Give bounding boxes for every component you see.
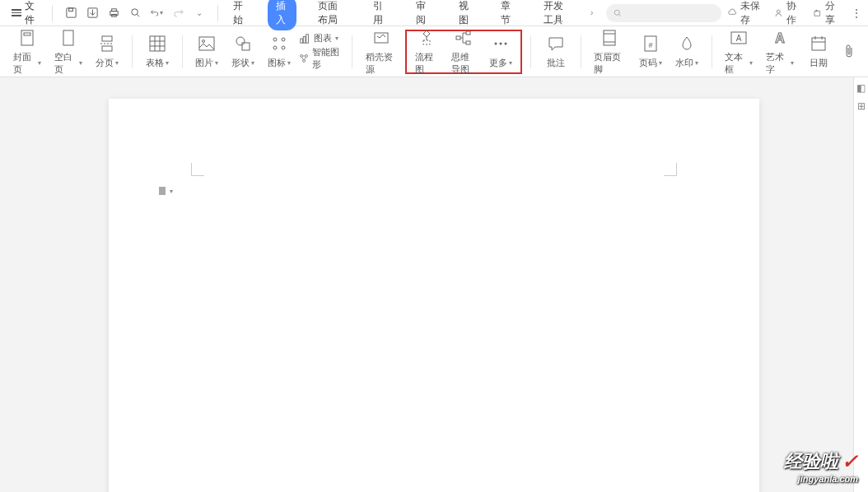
shapes-button[interactable]: 形状▾	[226, 30, 259, 72]
separator	[52, 5, 53, 21]
flowchart-button[interactable]: 流程图	[410, 25, 443, 79]
svg-rect-34	[375, 33, 388, 43]
picture-button[interactable]: 图片▾	[190, 30, 223, 72]
smartart-button[interactable]: 智能图形	[299, 46, 343, 71]
svg-point-7	[615, 10, 620, 15]
svg-rect-29	[304, 36, 306, 43]
svg-text:#: #	[648, 41, 652, 49]
undo-icon[interactable]: ▾	[150, 7, 163, 20]
icons-label: 图标	[268, 57, 286, 69]
chart-icon	[299, 33, 310, 44]
picture-icon	[198, 34, 216, 53]
document-page[interactable]: ▾	[109, 99, 759, 492]
unsaved-button[interactable]: 未保存	[728, 0, 763, 27]
blank-page-icon	[60, 28, 77, 48]
share-button[interactable]: 分享	[813, 0, 840, 27]
resource-button[interactable]: 稻壳资源	[361, 25, 402, 79]
sidebar-item-1[interactable]: ◧	[856, 82, 866, 94]
svg-point-26	[273, 46, 277, 49]
svg-rect-37	[456, 36, 460, 39]
document-area: ▾	[0, 77, 868, 492]
save-as-icon[interactable]	[86, 7, 99, 20]
comment-button[interactable]: 批注	[539, 30, 572, 72]
icons-icon	[270, 34, 288, 53]
table-button[interactable]: 表格▾	[141, 30, 174, 72]
separator	[217, 5, 218, 21]
unsaved-label: 未保存	[740, 0, 763, 27]
tabs-more-icon[interactable]: ›	[590, 8, 593, 17]
headerfooter-label: 页眉页脚	[594, 51, 625, 76]
margin-mark-tl	[191, 163, 204, 176]
hamburger-icon	[12, 9, 21, 16]
pagenum-button[interactable]: # 页码▾	[634, 30, 667, 72]
watermark-text: 经验啦	[784, 449, 838, 474]
collab-button[interactable]: 协作	[774, 0, 801, 27]
separator	[182, 35, 183, 68]
share-icon	[813, 7, 822, 19]
page-indicator[interactable]: ▾	[158, 186, 173, 196]
blank-page-button[interactable]: 空白页▾	[49, 25, 87, 79]
svg-point-33	[303, 60, 306, 63]
wordart-button[interactable]: A 艺术字▾	[761, 25, 799, 79]
print-preview-icon[interactable]	[128, 7, 142, 20]
person-icon	[774, 7, 783, 19]
more-dots-icon	[492, 34, 510, 53]
watermark-sub: jingyanla.com	[784, 474, 858, 484]
cover-page-button[interactable]: 封面页▾	[8, 25, 46, 79]
svg-rect-13	[102, 46, 112, 51]
image-watermark: 经验啦 ✓ jingyanla.com	[784, 449, 858, 484]
svg-point-6	[132, 9, 138, 16]
attachment-button[interactable]	[838, 39, 860, 65]
icons-button[interactable]: 图标▾	[263, 30, 296, 72]
mindmap-button[interactable]: 思维导图	[446, 25, 480, 79]
svg-rect-11	[63, 30, 73, 45]
textbox-label: 文本框	[725, 51, 748, 76]
separator	[581, 35, 581, 68]
date-icon	[810, 34, 828, 53]
more-icon[interactable]: ⋮	[852, 7, 861, 19]
svg-rect-30	[306, 34, 309, 43]
svg-rect-10	[24, 33, 30, 35]
tab-insert[interactable]: 插入	[268, 0, 297, 30]
redo-icon[interactable]	[171, 7, 184, 20]
chart-label: 图表	[314, 32, 332, 44]
svg-rect-35	[423, 40, 430, 44]
print-icon[interactable]	[107, 7, 120, 20]
svg-point-21	[203, 40, 205, 43]
more-button[interactable]: 更多▾	[484, 30, 517, 72]
tab-layout[interactable]: 页面布局	[310, 0, 352, 30]
sidebar-item-2[interactable]: ⊞	[857, 100, 866, 112]
blank-label: 空白页	[54, 51, 77, 76]
shapes-label: 形状	[231, 57, 250, 69]
cover-label: 封面页	[13, 51, 36, 76]
share-label: 分享	[825, 0, 840, 27]
quick-actions: ▾ ⌄	[59, 7, 211, 20]
save-icon[interactable]	[64, 7, 77, 20]
cover-page-icon	[19, 28, 35, 48]
search-input[interactable]	[606, 4, 721, 22]
watermark-icon	[678, 34, 696, 53]
right-sidebar: ◧ ⊞	[853, 77, 868, 492]
headerfooter-button[interactable]: 页眉页脚	[589, 25, 630, 79]
svg-point-25	[282, 38, 285, 41]
textbox-icon: A	[730, 28, 748, 48]
flowchart-label: 流程图	[415, 51, 438, 76]
separator	[132, 35, 133, 68]
svg-rect-51	[812, 38, 825, 50]
tab-chapter[interactable]: 章节	[492, 0, 522, 30]
textbox-button[interactable]: A 文本框▾	[720, 25, 758, 79]
smartart-label: 智能图形	[312, 46, 343, 71]
tab-dev[interactable]: 开发工具	[535, 0, 577, 30]
flowchart-icon	[418, 28, 436, 48]
date-button[interactable]: 日期	[802, 30, 835, 72]
page-break-button[interactable]: 分页▾	[91, 30, 124, 72]
ribbon-insert: 封面页▾ 空白页▾ 分页▾ 表格▾ 图片▾ 形状▾ 图标▾ 图表▾ 智能图形	[0, 26, 868, 77]
resource-label: 稻壳资源	[366, 51, 397, 76]
chart-button[interactable]: 图表▾	[299, 32, 343, 44]
watermark-button[interactable]: 水印▾	[670, 30, 703, 72]
tab-start[interactable]: 开始	[225, 0, 254, 30]
overflow-icon[interactable]: ⌄	[193, 7, 206, 20]
pagebreak-label: 分页	[96, 57, 114, 69]
check-icon: ✓	[842, 450, 858, 473]
separator	[352, 35, 352, 68]
